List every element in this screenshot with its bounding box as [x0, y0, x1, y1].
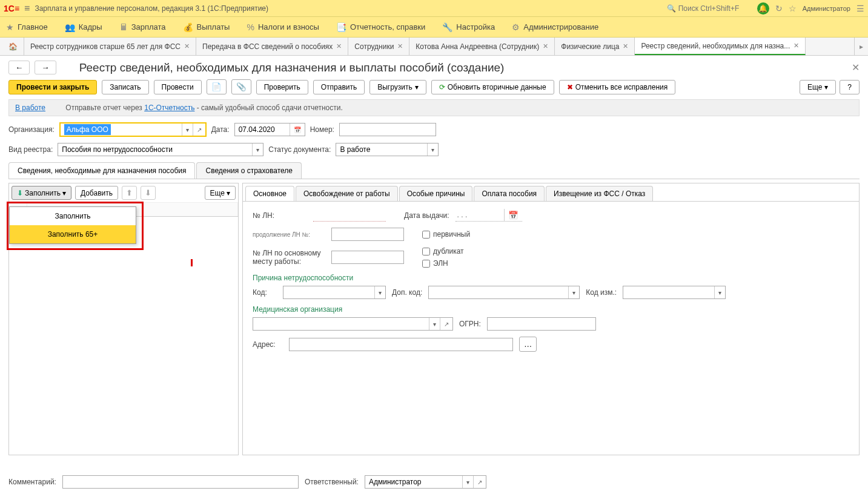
menu-salary[interactable]: 🖩Зарплата	[119, 22, 166, 32]
tab-0[interactable]: Реестр сотрудников старше 65 лет для ФСС…	[24, 38, 196, 55]
subtab-main[interactable]: Основное	[245, 186, 294, 201]
home-tab[interactable]: 🏠	[2, 38, 24, 55]
open-icon[interactable]: ↗	[440, 318, 452, 330]
date-field[interactable]: 📅	[234, 123, 305, 136]
move-up-button[interactable]: ⬆	[122, 186, 137, 200]
menu-admin[interactable]: ⚙Администрирование	[512, 22, 598, 32]
more-button[interactable]: Еще ▾	[800, 80, 836, 94]
write-button[interactable]: Записать	[102, 80, 148, 94]
history-icon[interactable]: ↻	[775, 4, 783, 13]
dropdown-icon[interactable]: ▾	[462, 476, 473, 488]
dropdown-icon[interactable]: ▾	[429, 318, 440, 330]
ln-input[interactable]	[313, 209, 386, 222]
nav-forward-button[interactable]: →	[35, 61, 56, 74]
codechange-combo[interactable]: ▾	[623, 286, 726, 299]
inner-tab-benefit-info[interactable]: Сведения, необходимые для назначения пос…	[8, 162, 195, 179]
date-input[interactable]	[235, 124, 290, 136]
subtab-leave[interactable]: Освобождение от работы	[296, 186, 398, 201]
menu-payments[interactable]: 💰Выплаты	[183, 22, 230, 32]
duplicate-checkbox[interactable]: дубликат	[422, 247, 464, 255]
dropdown-icon[interactable]: ▾	[714, 286, 725, 298]
subtab-fss-notice[interactable]: Извещение из ФСС / Отказ	[546, 186, 653, 201]
medorg-combo[interactable]: ▾↗	[253, 317, 453, 331]
tab-1[interactable]: Передача в ФСС сведений о пособиях✕	[196, 38, 348, 55]
nav-back-button[interactable]: ←	[8, 61, 30, 74]
docstatus-combo[interactable]: ▾	[336, 143, 439, 156]
calendar-icon[interactable]: 📅	[290, 124, 305, 136]
dropdown-fill[interactable]: Заполнить	[10, 207, 136, 225]
number-input[interactable]	[339, 123, 436, 136]
move-down-button[interactable]: ⬇	[141, 186, 156, 200]
tab-2[interactable]: Сотрудники✕	[348, 38, 409, 55]
ogrn-input[interactable]	[487, 317, 596, 331]
help-button[interactable]: ?	[840, 80, 860, 94]
close-icon[interactable]: ✕	[623, 42, 628, 50]
menu-taxes[interactable]: %Налоги и взносы	[247, 22, 319, 32]
menu-reports[interactable]: 📑Отчетность, справки	[336, 22, 425, 32]
docstatus-input[interactable]	[336, 143, 427, 156]
settings-icon[interactable]: ☰	[856, 4, 864, 13]
attachment-icon-button[interactable]: 📎	[231, 79, 251, 94]
status-link[interactable]: В работе	[15, 104, 45, 112]
eln-checkbox[interactable]: ЭЛН	[422, 259, 464, 268]
menu-personnel[interactable]: 👥Кадры	[65, 22, 102, 32]
close-icon[interactable]: ✕	[793, 42, 799, 50]
dropdown-icon[interactable]: ▾	[252, 143, 263, 156]
send-button[interactable]: Отправить	[313, 80, 365, 94]
address-edit-button[interactable]: …	[519, 337, 537, 352]
tab-4[interactable]: Физические лица✕	[555, 38, 635, 55]
issue-date-input[interactable]	[456, 209, 504, 221]
continuation-input[interactable]	[331, 228, 404, 241]
ln-main-input[interactable]	[331, 251, 404, 264]
menu-settings[interactable]: 🔧Настройка	[442, 22, 495, 32]
dropdown-icon[interactable]: ▾	[374, 286, 385, 298]
close-page-icon[interactable]: ✕	[852, 62, 860, 73]
subtab-special[interactable]: Особые причины	[399, 186, 473, 201]
org-combo[interactable]: Альфа ООО ▾ ↗	[59, 122, 207, 137]
addcode-combo[interactable]: ▾	[428, 286, 580, 299]
code-combo[interactable]: ▾	[283, 286, 386, 299]
report-icon-button[interactable]: 📄	[207, 79, 227, 94]
tab-scroll-right[interactable]: ▸	[854, 38, 868, 55]
post-button[interactable]: Провести	[154, 80, 202, 94]
close-icon[interactable]: ✕	[397, 42, 403, 50]
dropdown-icon[interactable]: ▾	[182, 124, 193, 136]
primary-checkbox[interactable]: первичный	[422, 230, 470, 239]
close-icon[interactable]: ✕	[336, 42, 342, 50]
inner-tab-insurer-info[interactable]: Сведения о страхователе	[196, 162, 302, 179]
regtype-input[interactable]	[58, 143, 252, 156]
calendar-icon[interactable]: 📅	[504, 209, 522, 221]
address-input[interactable]	[289, 338, 513, 351]
responsible-combo[interactable]: ▾ ↗	[365, 475, 486, 489]
open-icon[interactable]: ↗	[193, 124, 205, 136]
open-icon[interactable]: ↗	[473, 476, 486, 488]
close-icon[interactable]: ✕	[184, 42, 190, 50]
subtab-payment[interactable]: Оплата пособия	[474, 186, 545, 201]
dropdown-icon[interactable]: ▾	[427, 143, 438, 156]
user-label[interactable]: Администратор	[803, 5, 850, 12]
menu-main[interactable]: ★Главное	[6, 22, 48, 32]
menu-toggle-icon[interactable]: ≡	[24, 3, 30, 14]
add-button[interactable]: Добавить	[75, 186, 118, 200]
export-button[interactable]: Выгрузить ▾	[369, 80, 426, 94]
regtype-combo[interactable]: ▾	[58, 143, 263, 156]
tab-3[interactable]: Котова Анна Андреевна (Сотрудник)✕	[409, 38, 555, 55]
cancel-fixes-button[interactable]: ✖ Отменить все исправления	[559, 80, 676, 94]
reporting-link[interactable]: 1С-Отчетность	[144, 104, 194, 112]
org-label: Организация:	[8, 125, 55, 134]
check-button[interactable]: Проверить	[256, 80, 308, 94]
dropdown-fill-65[interactable]: Заполнить 65+	[10, 225, 136, 243]
responsible-input[interactable]	[365, 476, 462, 488]
refresh-secondary-button[interactable]: ⟳ Обновить вторичные данные	[431, 80, 554, 94]
dropdown-icon[interactable]: ▾	[568, 286, 579, 298]
post-and-close-button[interactable]: Провести и закрыть	[8, 80, 97, 94]
close-icon[interactable]: ✕	[543, 42, 548, 50]
notifications-icon[interactable]: 🔔	[757, 2, 769, 15]
search-box[interactable]: 🔍	[667, 4, 751, 13]
search-input[interactable]	[678, 4, 751, 13]
comment-input[interactable]	[62, 475, 299, 489]
tab-5[interactable]: Реестр сведений, необходимых для назна..…	[635, 38, 806, 55]
more-button[interactable]: Еще ▾	[205, 186, 236, 200]
favorites-icon[interactable]: ☆	[789, 4, 797, 13]
fill-button[interactable]: ⬇ Заполнить ▾	[12, 186, 71, 200]
